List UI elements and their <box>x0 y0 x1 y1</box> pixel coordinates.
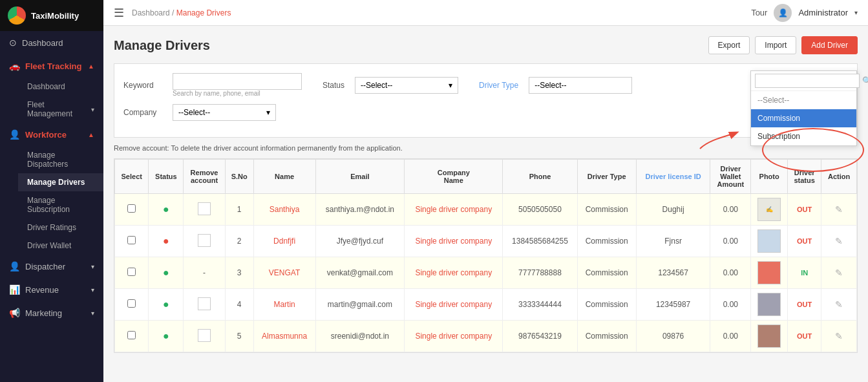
cell-photo <box>751 226 788 257</box>
main-content: Manage Drivers Export Import Add Driver … <box>103 26 868 382</box>
row-checkbox[interactable] <box>127 236 136 244</box>
export-button[interactable]: Export <box>708 36 750 54</box>
sidebar-item-fleet-tracking[interactable]: 🚗 Fleet Tracking ▲ <box>0 54 103 78</box>
cell-select[interactable] <box>115 226 149 257</box>
dropdown-option-subscription[interactable]: Subscription <box>751 127 856 145</box>
cell-select[interactable] <box>115 289 149 321</box>
table-row: ● 2 Ddnfjfi Jfye@fjyd.cuf Single driver … <box>115 226 857 257</box>
cell-sno: 2 <box>225 226 253 257</box>
edit-icon[interactable]: ✎ <box>835 236 843 246</box>
company-link[interactable]: Single driver company <box>415 237 492 246</box>
company-link[interactable]: Single driver company <box>415 205 492 214</box>
table-row: ● 1 Santhiya santhiya.m@ndot.in Single d… <box>115 194 857 226</box>
driver-name-link[interactable]: VENGAT <box>269 268 300 277</box>
company-link[interactable]: Single driver company <box>415 268 492 277</box>
avatar: 👤 <box>774 4 792 22</box>
driver-name-link[interactable]: Ddnfjfi <box>273 237 295 246</box>
edit-icon[interactable]: ✎ <box>835 331 843 341</box>
driver-name-link[interactable]: Almasmunna <box>262 332 307 341</box>
sidebar-item-label: Revenue <box>25 285 59 295</box>
status-dropdown[interactable]: --Select-- ▾ <box>355 77 458 94</box>
sidebar-item-workforce[interactable]: 👤 Workforce ▲ <box>0 123 103 146</box>
breadcrumb: Dashboard / Manage Drivers <box>132 8 231 17</box>
cell-driver-type: Commission <box>577 257 636 289</box>
col-email: Email <box>315 160 405 194</box>
driver-status-badge: OUT <box>797 332 812 340</box>
col-sno: S.No <box>225 160 253 194</box>
remove-checkbox[interactable] <box>198 329 211 342</box>
company-link[interactable]: Single driver company <box>415 300 492 309</box>
cell-company: Single driver company <box>405 257 503 289</box>
cell-wallet: 0.00 <box>710 226 751 257</box>
row-checkbox[interactable] <box>127 204 136 213</box>
cell-photo: ✍ <box>751 194 788 226</box>
sidebar: TaxiMobility ⊙ Dashboard 🚗 Fleet Trackin… <box>0 0 103 382</box>
remove-checkbox[interactable] <box>198 297 211 310</box>
sidebar-item-marketing[interactable]: 📢 Marketing ▾ <box>0 301 103 324</box>
edit-icon[interactable]: ✎ <box>835 268 843 278</box>
company-placeholder: --Select-- <box>178 108 210 117</box>
cell-photo <box>751 257 788 289</box>
col-wallet: DriverWalletAmount <box>710 160 751 194</box>
hamburger-icon[interactable]: ☰ <box>114 6 124 20</box>
company-dropdown[interactable]: --Select-- ▾ <box>173 104 276 121</box>
sidebar-item-fleet-management[interactable]: Fleet Management ▾ <box>18 96 103 123</box>
workforce-icon: 👤 <box>9 129 20 140</box>
driver-name-link[interactable]: Martin <box>273 300 295 309</box>
status-icon: ● <box>163 204 169 215</box>
table-header: Select Status Removeaccount S.No Name Em… <box>115 160 857 194</box>
cell-phone: 7777788888 <box>503 257 577 289</box>
col-photo: Photo <box>751 160 788 194</box>
cell-remove <box>184 289 225 321</box>
col-license-id[interactable]: Driver license ID <box>636 160 710 194</box>
dashboard-icon: ⊙ <box>9 37 17 48</box>
row-checkbox[interactable] <box>127 268 136 276</box>
dropdown-search-input[interactable] <box>755 74 860 88</box>
driver-type-dropdown[interactable]: --Select-- <box>529 77 632 94</box>
import-button[interactable]: Import <box>755 36 796 54</box>
cell-name: Santhiya <box>253 194 315 226</box>
edit-icon[interactable]: ✎ <box>835 204 843 215</box>
cell-company: Single driver company <box>405 321 503 352</box>
remove-checkbox[interactable] <box>198 202 211 215</box>
sidebar-item-revenue[interactable]: 📊 Revenue ▾ <box>0 278 103 301</box>
remove-checkbox[interactable] <box>198 234 211 247</box>
logo-icon <box>8 6 26 25</box>
sidebar-item-manage-drivers[interactable]: Manage Drivers <box>18 173 103 191</box>
row-checkbox[interactable] <box>127 299 136 308</box>
cell-select[interactable] <box>115 257 149 289</box>
sidebar-item-label: Fleet Tracking <box>25 61 81 71</box>
sidebar-item-dispatcher[interactable]: 👤 Dispatcher ▾ <box>0 255 103 278</box>
table-row: ● 4 Martin martin@gmail.com Single drive… <box>115 289 857 321</box>
sidebar-item-driver-ratings[interactable]: Driver Ratings <box>18 218 103 237</box>
sidebar-item-driver-wallet[interactable]: Driver Wallet <box>18 237 103 255</box>
keyword-input[interactable] <box>173 73 302 90</box>
sidebar-item-manage-subscription[interactable]: Manage Subscription <box>18 191 103 218</box>
revenue-icon: 📊 <box>9 284 20 295</box>
dispatcher-icon: 👤 <box>9 261 20 271</box>
breadcrumb-dashboard[interactable]: Dashboard <box>132 8 170 17</box>
filter-row-1: Keyword Search by name, phone, email Sta… <box>123 73 848 97</box>
dropdown-option-select[interactable]: --Select-- <box>751 91 856 109</box>
edit-icon[interactable]: ✎ <box>835 299 843 310</box>
tour-link[interactable]: Tour <box>751 8 767 17</box>
cell-phone: 3333344444 <box>503 289 577 321</box>
sidebar-item-dashboard-sub[interactable]: Dashboard <box>18 78 103 96</box>
dropdown-option-commission[interactable]: Commission <box>751 109 856 127</box>
cell-name: Martin <box>253 289 315 321</box>
driver-status-badge: OUT <box>797 237 812 245</box>
row-checkbox[interactable] <box>127 331 136 339</box>
sidebar-item-manage-dispatchers[interactable]: Manage Dispatchers <box>18 146 103 173</box>
sidebar-item-dashboard[interactable]: ⊙ Dashboard <box>0 31 103 54</box>
add-driver-button[interactable]: Add Driver <box>801 36 858 54</box>
driver-name-link[interactable]: Santhiya <box>270 205 300 214</box>
chevron-down-icon: ▾ <box>91 106 94 113</box>
logo[interactable]: TaxiMobility <box>0 0 103 31</box>
cell-wallet: 0.00 <box>710 257 751 289</box>
cell-driver-type: Commission <box>577 289 636 321</box>
cell-select[interactable] <box>115 194 149 226</box>
company-link[interactable]: Single driver company <box>415 332 492 341</box>
cell-select[interactable] <box>115 321 149 352</box>
cell-wallet: 0.00 <box>710 321 751 352</box>
status-label: Status <box>323 81 344 90</box>
